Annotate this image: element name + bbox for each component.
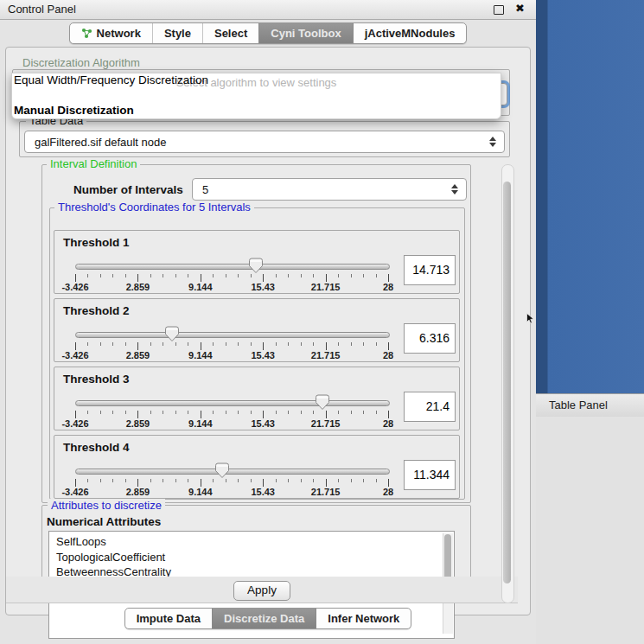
threshold-label: Threshold 2 [63, 304, 130, 317]
tick-label: 9.144 [188, 350, 213, 360]
table-data-combo[interactable]: galFiltered.sif default node [24, 131, 505, 153]
tick-label: -3.426 [61, 282, 88, 292]
threshold-value-field[interactable]: 21.4 [404, 392, 456, 422]
threshold-value-field[interactable]: 14.713 [404, 255, 456, 285]
tick-label: 21.715 [311, 350, 341, 360]
top-tab-group: Network Style Select Cyni Toolbox jActiv… [69, 22, 468, 44]
attribute-item[interactable]: SelfLoops [49, 534, 454, 550]
tick-label: 2.859 [126, 487, 150, 497]
control-panel-window: Control Panel ✖ Network Style Select C [0, 0, 537, 644]
stepper-icon [489, 137, 496, 147]
slider-handle-icon[interactable] [248, 258, 263, 274]
slider-ticks [75, 411, 388, 418]
tick-label: 21.715 [311, 487, 341, 497]
interval-group-title: Interval Definition [47, 158, 140, 170]
top-tab-bar: Network Style Select Cyni Toolbox jActiv… [0, 22, 536, 44]
slider-ticks [75, 479, 388, 487]
threshold-value-field[interactable]: 6.316 [404, 323, 456, 354]
tick-label: 21.715 [311, 282, 341, 292]
tick-label: 28 [383, 418, 393, 429]
tab-select[interactable]: Select [202, 23, 258, 43]
tab-cyni-toolbox-label: Cyni Toolbox [271, 27, 341, 40]
tab-jactivemnodules[interactable]: jActiveMNodules [353, 23, 467, 43]
window-title: Control Panel [8, 3, 76, 16]
tick-label: 2.859 [126, 418, 150, 429]
tab-select-label: Select [214, 27, 247, 40]
slider-track[interactable] [75, 469, 390, 475]
tick-label: 9.144 [188, 282, 213, 292]
threshold-box: Threshold 1 -3.426 2.859 9.1 [54, 230, 460, 294]
algorithm-option-label: Equal Width/Frequency Discretization [14, 73, 208, 86]
attribute-items: SelfLoops TopologicalCoefficient Between… [49, 534, 454, 580]
slider-track[interactable] [75, 400, 390, 406]
tab-network-label: Network [97, 27, 141, 40]
panel-scrollbar[interactable] [501, 164, 514, 603]
tab-impute-data[interactable]: Impute Data [125, 609, 212, 628]
threshold-label: Threshold 1 [63, 236, 130, 249]
tick-label: 28 [383, 350, 393, 360]
float-window-icon[interactable] [494, 5, 504, 15]
algorithm-option[interactable]: Equal Width/Frequency Discretization [14, 73, 208, 86]
tick-label: 9.144 [188, 487, 213, 497]
table-panel-body: ⚙ ☑☑ shared... n YDL19... YDL1 [536, 417, 644, 644]
slider-handle-icon[interactable] [215, 462, 230, 479]
tick-label: 28 [383, 282, 393, 292]
numerical-attributes-label: Numerical Attributes [47, 515, 161, 528]
threshold-box: Threshold 4 -3.426 2.859 9.1 [54, 435, 460, 499]
threshold-slider[interactable]: -3.426 2.859 9.144 15.43 21.715 28 [75, 258, 388, 291]
threshold-value-field[interactable]: 11.344 [404, 460, 456, 490]
bottom-tab-bar: Impute Data Discretize Data Infer Networ… [0, 608, 536, 629]
tab-impute-data-label: Impute Data [137, 612, 201, 625]
panel-scrollbar-thumb[interactable] [503, 182, 511, 583]
table-panel-title: Table Panel [549, 399, 608, 411]
tick-label: 21.715 [311, 418, 341, 429]
tick-label: 9.144 [188, 418, 213, 429]
tab-style-label: Style [164, 27, 191, 40]
algorithm-option-label: Manual Discretization [14, 104, 134, 117]
num-intervals-combo[interactable]: 5 [192, 178, 467, 201]
threshold-list: Threshold 1 -3.426 2.859 9.1 [54, 230, 460, 503]
slider-handle-icon[interactable] [315, 394, 329, 411]
tab-discretize-data[interactable]: Discretize Data [212, 609, 316, 628]
slider-track[interactable] [75, 264, 390, 270]
tab-cyni-toolbox[interactable]: Cyni Toolbox [258, 23, 352, 43]
tick-label: 2.859 [126, 282, 150, 292]
slider-handle-icon[interactable] [165, 326, 180, 342]
num-intervals-label: Number of Intervals [73, 183, 183, 196]
network-view-frame: GAL80 GA C GAL11 GAL4 GCY1 H HAP2 [536, 0, 644, 393]
algorithm-group-title: Discretization Algorithm [19, 57, 143, 69]
slider-ticks [75, 342, 388, 350]
tick-label: 2.859 [126, 350, 150, 360]
tab-jactivemnodules-label: jActiveMNodules [365, 27, 456, 40]
tab-infer-network-label: Infer Network [328, 612, 399, 625]
tick-label: 15.43 [251, 487, 275, 497]
slider-track[interactable] [75, 332, 390, 338]
table-data-combo-value: galFiltered.sif default node [35, 136, 166, 149]
tick-label: -3.426 [61, 487, 88, 497]
tab-infer-network[interactable]: Infer Network [316, 609, 411, 628]
threshold-slider[interactable]: -3.426 2.859 9.144 15.43 21.715 28 [75, 395, 388, 428]
attribute-item[interactable]: TopologicalCoefficient [49, 550, 454, 565]
tab-style[interactable]: Style [152, 23, 202, 43]
tab-discretize-data-label: Discretize Data [224, 612, 304, 625]
algorithm-option[interactable]: Manual Discretization [14, 104, 134, 117]
attributes-group-title: Attributes to discretize [48, 499, 165, 512]
close-icon[interactable]: ✖ [515, 2, 525, 15]
threshold-slider[interactable]: -3.426 2.859 9.144 15.43 21.715 28 [75, 463, 388, 496]
tick-label: 15.43 [251, 350, 275, 360]
slider-ticks [75, 274, 388, 282]
tick-label: 15.43 [251, 418, 275, 429]
threshold-slider[interactable]: -3.426 2.859 9.144 15.43 21.715 28 [75, 327, 388, 360]
network-icon [81, 28, 92, 39]
stepper-icon [451, 184, 458, 194]
tab-network[interactable]: Network [70, 23, 152, 43]
algorithm-dropdown-popup: Select algorithm to view settings Manual… [11, 73, 501, 119]
table-panel-titlebar: Table Panel [536, 393, 644, 418]
threshold-box: Threshold 2 -3.426 2.859 9.1 [54, 298, 460, 362]
tick-label: -3.426 [61, 418, 88, 429]
threshold-label: Threshold 4 [63, 441, 130, 454]
mouse-cursor-icon [526, 313, 534, 324]
bottom-tab-group: Impute Data Discretize Data Infer Networ… [124, 608, 412, 629]
tick-label: 28 [383, 487, 393, 497]
apply-button[interactable]: Apply [233, 581, 290, 601]
